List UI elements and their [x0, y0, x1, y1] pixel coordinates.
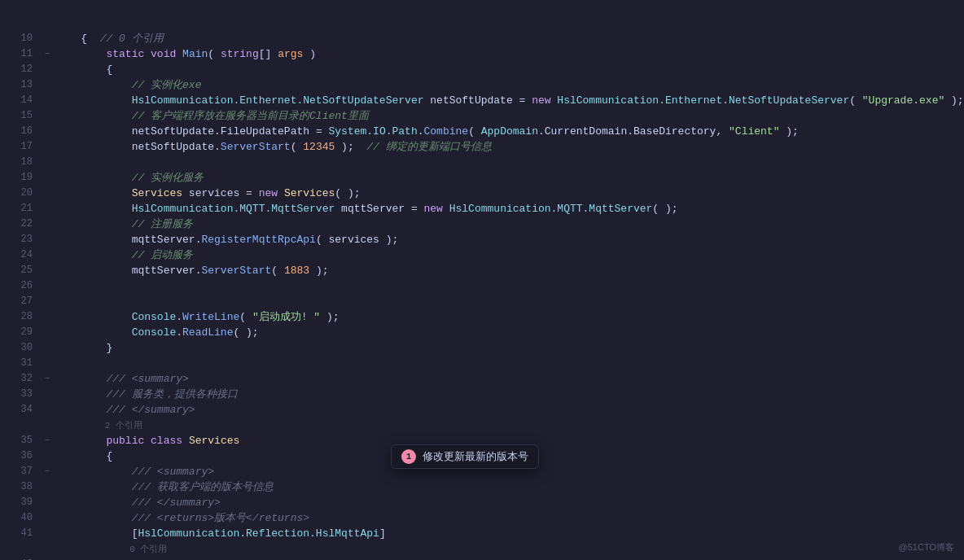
- margin-icon[interactable]: [39, 124, 55, 139]
- annotation-text: 修改更新最新的版本号: [423, 449, 528, 464]
- code-line: 10 { // 0 个引用: [7, 31, 964, 46]
- margin-icon[interactable]: [39, 108, 55, 124]
- margin-icon[interactable]: [39, 356, 55, 371]
- margin-icon[interactable]: [39, 541, 55, 557]
- line-number: 19: [7, 170, 39, 186]
- code-content: [55, 155, 964, 170]
- code-line: 32− /// <summary>: [7, 371, 964, 387]
- annotation-number: 1: [401, 449, 416, 464]
- code-editor: 10 { // 0 个引用11− static void Main( strin…: [0, 0, 964, 560]
- code-line: 29 Console.ReadLine( );: [7, 325, 964, 340]
- margin-icon[interactable]: [39, 340, 55, 356]
- line-number: 34: [7, 402, 39, 418]
- code-content: /// </summary>: [55, 495, 964, 510]
- margin-icon[interactable]: [39, 247, 55, 263]
- margin-icon[interactable]: [39, 93, 55, 108]
- margin-icon[interactable]: [39, 402, 55, 418]
- margin-icon[interactable]: [39, 526, 55, 541]
- margin-icon[interactable]: [39, 155, 55, 170]
- margin-icon[interactable]: [39, 62, 55, 77]
- margin-icon[interactable]: [39, 495, 55, 510]
- margin-icon[interactable]: [39, 31, 55, 46]
- code-content: netSoftUpdate.ServerStart( 12345 ); // 绑…: [55, 139, 964, 155]
- margin-icon[interactable]: [39, 232, 55, 247]
- code-line: 39 /// </summary>: [7, 495, 964, 510]
- code-content: 2 个引用: [55, 418, 964, 433]
- code-line: 25 mqttServer.ServerStart( 1883 );: [7, 263, 964, 278]
- code-line: 40 /// <returns>版本号</returns>: [7, 510, 964, 526]
- code-line: 23 mqttServer.RegisterMqttRpcApi( servic…: [7, 232, 964, 247]
- code-line: 16 netSoftUpdate.FileUpdatePath = System…: [7, 124, 964, 139]
- code-content: [55, 356, 964, 371]
- margin-icon[interactable]: [39, 418, 55, 433]
- code-line: 2 个引用: [7, 418, 964, 433]
- line-number: 18: [7, 155, 39, 170]
- line-number: 38: [7, 479, 39, 495]
- margin-icon[interactable]: [39, 309, 55, 325]
- line-number: 29: [7, 325, 39, 340]
- code-content: /// 获取客户端的版本号信息: [55, 479, 964, 495]
- code-line: 42− public string GetClientApi( ): [7, 557, 964, 560]
- annotation-bubble: 1 修改更新最新的版本号: [391, 444, 539, 469]
- margin-icon[interactable]: [39, 294, 55, 309]
- margin-icon[interactable]: [39, 77, 55, 93]
- code-line: 18: [7, 155, 964, 170]
- margin-icon[interactable]: −: [39, 557, 55, 560]
- line-number: 10: [7, 31, 39, 46]
- code-content: /// <returns>版本号</returns>: [55, 510, 964, 526]
- code-content: Services services = new Services( );: [55, 186, 964, 201]
- line-number: 20: [7, 186, 39, 201]
- margin-icon[interactable]: [39, 510, 55, 526]
- code-line: 30 }: [7, 340, 964, 356]
- line-number: 37: [7, 464, 39, 479]
- line-number: 35: [7, 433, 39, 448]
- code-content: [55, 294, 964, 309]
- margin-icon[interactable]: −: [39, 371, 55, 387]
- line-number: [7, 418, 39, 433]
- code-content: static void Main( string[] args ): [55, 46, 964, 62]
- line-number: 30: [7, 340, 39, 356]
- code-content: // 启动服务: [55, 247, 964, 263]
- code-content: { // 0 个引用: [55, 31, 964, 46]
- margin-icon[interactable]: −: [39, 433, 55, 448]
- line-number: 24: [7, 247, 39, 263]
- margin-icon[interactable]: [39, 325, 55, 340]
- code-content: HslCommunication.Enthernet.NetSoftUpdate…: [55, 93, 964, 108]
- line-number: 12: [7, 62, 39, 77]
- code-area[interactable]: 10 { // 0 个引用11− static void Main( strin…: [0, 0, 964, 560]
- margin-icon[interactable]: −: [39, 46, 55, 62]
- margin-icon[interactable]: [39, 278, 55, 294]
- margin-icon[interactable]: −: [39, 464, 55, 479]
- margin-icon[interactable]: [39, 139, 55, 155]
- code-content: {: [55, 62, 964, 77]
- line-number: 11: [7, 46, 39, 62]
- line-number: 25: [7, 263, 39, 278]
- margin-icon[interactable]: [39, 170, 55, 186]
- code-content: mqttServer.ServerStart( 1883 );: [55, 263, 964, 278]
- line-number: 15: [7, 108, 39, 124]
- line-number: 22: [7, 217, 39, 232]
- margin-icon[interactable]: [39, 201, 55, 217]
- margin-icon[interactable]: [39, 448, 55, 464]
- code-content: HslCommunication.MQTT.MqttServer mqttSer…: [55, 201, 964, 217]
- code-line: 28 Console.WriteLine( "启动成功! " );: [7, 309, 964, 325]
- line-number: 41: [7, 526, 39, 541]
- margin-icon[interactable]: [39, 479, 55, 495]
- margin-icon[interactable]: [39, 263, 55, 278]
- code-line: 12 {: [7, 62, 964, 77]
- code-content: // 注册服务: [55, 217, 964, 232]
- line-number: 42: [7, 557, 39, 560]
- margin-icon[interactable]: [39, 186, 55, 201]
- margin-icon[interactable]: [39, 387, 55, 402]
- code-content: /// <summary>: [55, 371, 964, 387]
- line-number: 32: [7, 371, 39, 387]
- watermark: @51CTO博客: [899, 541, 954, 553]
- code-content: 0 个引用: [55, 541, 964, 557]
- margin-icon[interactable]: [39, 217, 55, 232]
- line-number: [7, 541, 39, 557]
- code-content: public string GetClientApi( ): [55, 557, 964, 560]
- code-line: 38 /// 获取客户端的版本号信息: [7, 479, 964, 495]
- line-number: 28: [7, 309, 39, 325]
- code-line: 14 HslCommunication.Enthernet.NetSoftUpd…: [7, 93, 964, 108]
- code-content: /// 服务类，提供各种接口: [55, 387, 964, 402]
